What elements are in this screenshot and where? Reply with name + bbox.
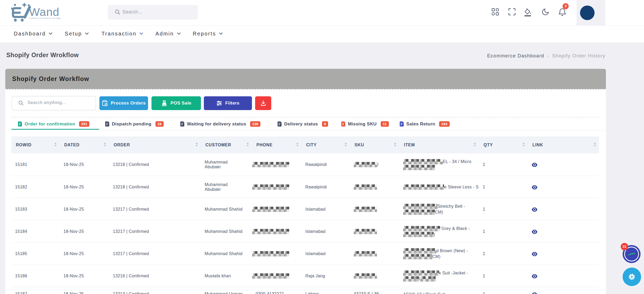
svg-text:Wand: Wand [29,6,59,18]
svg-text:Experience | E-Commerce | Like: Experience | E-Commerce | Like Magic [30,17,61,19]
